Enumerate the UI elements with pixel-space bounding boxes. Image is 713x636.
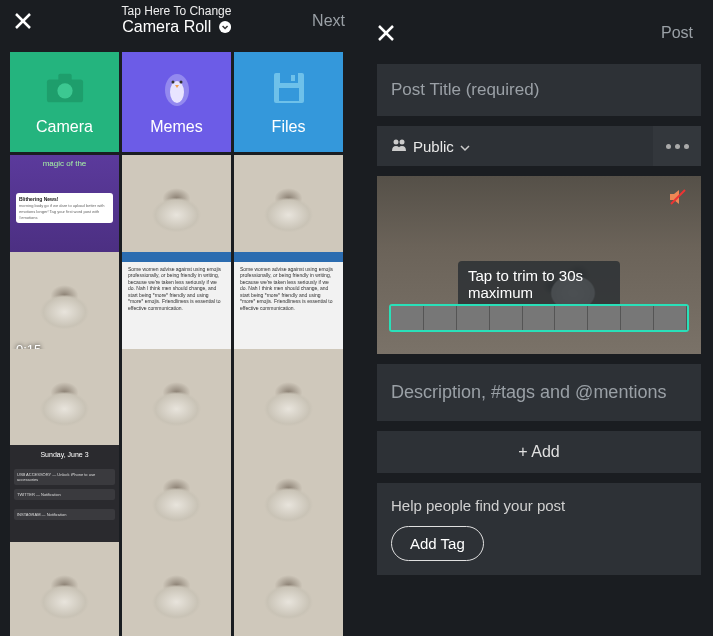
media-thumbnail[interactable] — [122, 542, 231, 636]
source-camera[interactable]: Camera — [10, 52, 119, 152]
media-thumbnail[interactable] — [234, 155, 343, 264]
svg-point-17 — [400, 139, 405, 144]
svg-point-5 — [57, 83, 72, 98]
media-thumbnail[interactable] — [234, 542, 343, 636]
source-files[interactable]: Files — [234, 52, 343, 152]
media-picker-panel: Tap Here To Change Camera Roll Next Came… — [0, 0, 353, 636]
svg-rect-12 — [291, 75, 295, 81]
media-thumbnail[interactable] — [122, 155, 231, 264]
media-thumbnail[interactable] — [10, 349, 119, 458]
media-thumbnail[interactable]: magic of theBlithering News!morning body… — [10, 155, 119, 264]
header-hint: Tap Here To Change — [122, 5, 232, 18]
album-title: Camera Roll — [122, 18, 211, 35]
svg-point-16 — [394, 139, 399, 144]
compose-panel: Post Post Title (required) Public Tap to… — [353, 0, 713, 636]
post-title-input[interactable]: Post Title (required) — [377, 64, 701, 116]
media-thumbnail[interactable]: Some women advise against using emojis p… — [122, 252, 231, 361]
media-thumbnail[interactable]: Sunday, June 3USB ACCESSORY — Unlock iPh… — [10, 445, 119, 554]
svg-rect-11 — [280, 73, 298, 83]
media-thumbnail[interactable] — [234, 349, 343, 458]
svg-point-9 — [179, 81, 182, 84]
add-tag-button[interactable]: Add Tag — [391, 526, 484, 561]
svg-rect-13 — [279, 88, 299, 101]
media-thumbnail[interactable]: 0:15 — [10, 252, 119, 361]
media-thumbnail[interactable] — [122, 349, 231, 458]
people-icon — [391, 138, 407, 155]
right-header: Post — [377, 12, 701, 54]
find-post-section: Help people find your post Add Tag — [377, 483, 701, 575]
find-help-label: Help people find your post — [391, 497, 687, 514]
visibility-row: Public — [377, 126, 701, 166]
chevron-down-icon — [219, 19, 231, 37]
media-thumbnail[interactable]: Some women advise against using emojis p… — [234, 252, 343, 361]
close-button-left[interactable] — [2, 0, 44, 42]
close-icon — [376, 23, 396, 43]
trim-hint: Tap to trim to 30s maximum — [458, 261, 620, 307]
source-label: Memes — [150, 118, 202, 136]
visibility-label: Public — [413, 138, 454, 155]
post-button[interactable]: Post — [661, 24, 693, 42]
mute-icon[interactable] — [667, 186, 689, 208]
close-button-right[interactable] — [365, 12, 407, 54]
video-preview[interactable]: Tap to trim to 30s maximum — [377, 176, 701, 354]
media-thumbnail[interactable] — [10, 542, 119, 636]
source-row: Camera Memes Files — [0, 42, 353, 152]
ellipsis-icon — [666, 144, 689, 149]
floppy-icon — [269, 68, 309, 108]
source-label: Files — [272, 118, 306, 136]
media-thumbnail[interactable] — [122, 445, 231, 554]
visibility-selector[interactable]: Public — [377, 128, 653, 165]
svg-point-8 — [171, 81, 174, 84]
svg-point-7 — [170, 81, 184, 103]
trim-bar[interactable] — [389, 304, 689, 332]
left-header: Tap Here To Change Camera Roll Next — [0, 0, 353, 42]
more-options-button[interactable] — [653, 126, 701, 166]
media-grid: magic of theBlithering News!morning body… — [0, 152, 353, 636]
svg-rect-4 — [58, 74, 71, 82]
next-button[interactable]: Next — [312, 12, 345, 30]
close-icon — [13, 11, 33, 31]
svg-point-2 — [219, 21, 231, 33]
camera-icon — [45, 68, 85, 108]
penguin-icon — [157, 68, 197, 108]
media-thumbnail[interactable] — [234, 445, 343, 554]
album-selector[interactable]: Tap Here To Change Camera Roll — [122, 5, 232, 37]
description-input[interactable]: Description, #tags and @mentions — [377, 364, 701, 421]
source-memes[interactable]: Memes — [122, 52, 231, 152]
add-section-button[interactable]: + Add — [377, 431, 701, 473]
chevron-down-icon — [460, 138, 470, 155]
source-label: Camera — [36, 118, 93, 136]
